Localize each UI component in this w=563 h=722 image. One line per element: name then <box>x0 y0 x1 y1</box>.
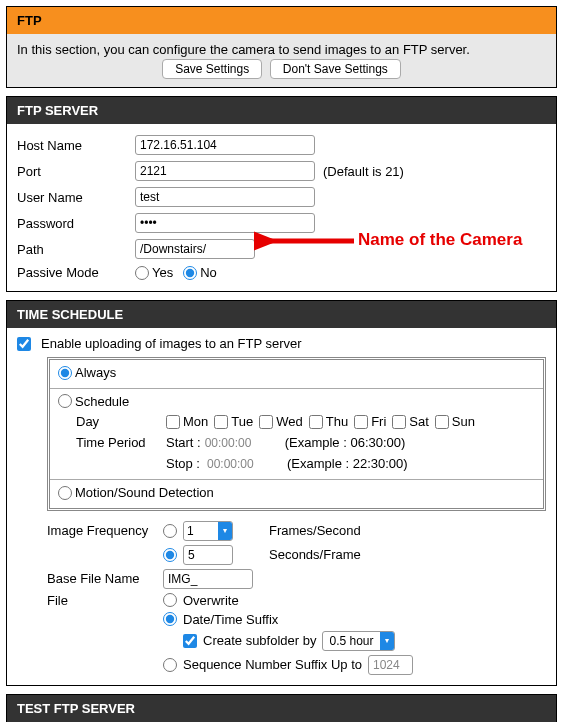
sequence-input[interactable] <box>368 655 413 675</box>
ftp-body: In this section, you can configure the c… <box>7 34 556 87</box>
spf-label: Seconds/Frame <box>269 547 361 562</box>
day-mon-label: Mon <box>183 414 208 429</box>
ftp-server-header: FTP SERVER <box>7 97 556 124</box>
schedule-radio[interactable] <box>58 394 72 408</box>
passive-no-radio[interactable] <box>183 266 197 280</box>
subfolder-interval-select[interactable]: 0.5 hour ▾ <box>322 631 394 651</box>
time-schedule-header: TIME SCHEDULE <box>7 301 556 328</box>
day-sun-label: Sun <box>452 414 475 429</box>
create-subfolder-checkbox[interactable] <box>183 634 197 648</box>
day-tue-checkbox[interactable] <box>214 415 228 429</box>
overwrite-radio[interactable] <box>163 593 177 607</box>
annotation-arrow-icon <box>254 227 434 257</box>
sequence-radio[interactable] <box>163 658 177 672</box>
spf-radio[interactable] <box>163 548 177 562</box>
passive-yes-radio[interactable] <box>135 266 149 280</box>
fps-spinner[interactable]: ▾ <box>183 521 233 541</box>
day-checkboxes: Mon Tue Wed Thu Fri Sat Sun <box>166 414 475 429</box>
base-file-name-input[interactable] <box>163 569 253 589</box>
host-name-input[interactable] <box>135 135 315 155</box>
ftp-server-panel: FTP SERVER Host Name Port (Default is 21… <box>6 96 557 292</box>
day-wed-checkbox[interactable] <box>259 415 273 429</box>
start-time-input[interactable] <box>205 436 265 450</box>
day-tue-label: Tue <box>231 414 253 429</box>
passive-no-label: No <box>200 265 217 280</box>
always-radio[interactable] <box>58 366 72 380</box>
time-schedule-body: Enable uploading of images to an FTP ser… <box>7 328 556 685</box>
day-thu-label: Thu <box>326 414 348 429</box>
ftp-panel: FTP In this section, you can configure t… <box>6 6 557 88</box>
day-sun-checkbox[interactable] <box>435 415 449 429</box>
path-input[interactable] <box>135 239 255 259</box>
datetime-label: Date/Time Suffix <box>183 612 278 627</box>
test-ftp-panel: TEST FTP SERVER A JPEG file will be sent… <box>6 694 557 723</box>
path-label: Path <box>17 242 127 257</box>
overwrite-label: Overwrite <box>183 593 239 608</box>
stop-time-input[interactable] <box>207 457 267 471</box>
chevron-down-icon[interactable]: ▾ <box>380 632 394 650</box>
test-ftp-header: TEST FTP SERVER <box>7 695 556 722</box>
passive-mode-label: Passive Mode <box>17 265 127 280</box>
passive-yes-label: Yes <box>152 265 173 280</box>
day-sat-label: Sat <box>409 414 429 429</box>
stop-example: (Example : 22:30:00) <box>287 456 408 471</box>
schedule-mode-box: Always Schedule Day Mon Tue Wed <box>47 357 546 511</box>
fps-radio[interactable] <box>163 524 177 538</box>
sequence-label: Sequence Number Suffix Up to <box>183 657 362 672</box>
schedule-label: Schedule <box>75 394 129 409</box>
day-label: Day <box>76 414 156 429</box>
enable-upload-label: Enable uploading of images to an FTP ser… <box>41 336 302 351</box>
day-fri-checkbox[interactable] <box>354 415 368 429</box>
create-subfolder-label: Create subfolder by <box>203 633 316 648</box>
day-fri-label: Fri <box>371 414 386 429</box>
port-input[interactable] <box>135 161 315 181</box>
image-settings-block: Image Frequency ▾ Frames/Second Seconds/… <box>47 519 546 677</box>
day-mon-checkbox[interactable] <box>166 415 180 429</box>
day-sat-checkbox[interactable] <box>392 415 406 429</box>
file-label: File <box>47 593 157 608</box>
password-label: Password <box>17 216 127 231</box>
time-schedule-panel: TIME SCHEDULE Enable uploading of images… <box>6 300 557 686</box>
base-file-name-label: Base File Name <box>47 571 157 586</box>
fps-input[interactable] <box>184 523 218 539</box>
datetime-radio[interactable] <box>163 612 177 626</box>
ftp-server-body: Host Name Port (Default is 21) User Name… <box>7 124 556 291</box>
motion-sound-label: Motion/Sound Detection <box>75 485 214 500</box>
port-label: Port <box>17 164 127 179</box>
day-wed-label: Wed <box>276 414 303 429</box>
fps-spin-icon[interactable]: ▾ <box>218 522 232 540</box>
start-label: Start : <box>166 435 201 450</box>
ftp-header: FTP <box>7 7 556 34</box>
user-name-label: User Name <box>17 190 127 205</box>
dont-save-settings-button[interactable]: Don't Save Settings <box>270 59 401 79</box>
enable-upload-checkbox[interactable] <box>17 337 31 351</box>
stop-label: Stop : <box>166 456 200 471</box>
save-settings-button[interactable]: Save Settings <box>162 59 262 79</box>
motion-sound-radio[interactable] <box>58 486 72 500</box>
host-name-label: Host Name <box>17 138 127 153</box>
ftp-description: In this section, you can configure the c… <box>17 42 546 57</box>
fps-label: Frames/Second <box>269 523 361 538</box>
image-frequency-label: Image Frequency <box>47 523 157 538</box>
port-hint: (Default is 21) <box>323 164 404 179</box>
always-label: Always <box>75 365 116 380</box>
start-example: (Example : 06:30:00) <box>285 435 406 450</box>
user-name-input[interactable] <box>135 187 315 207</box>
time-period-label: Time Period <box>76 435 156 450</box>
day-thu-checkbox[interactable] <box>309 415 323 429</box>
subfolder-interval-value: 0.5 hour <box>323 633 379 649</box>
spf-input[interactable] <box>183 545 233 565</box>
